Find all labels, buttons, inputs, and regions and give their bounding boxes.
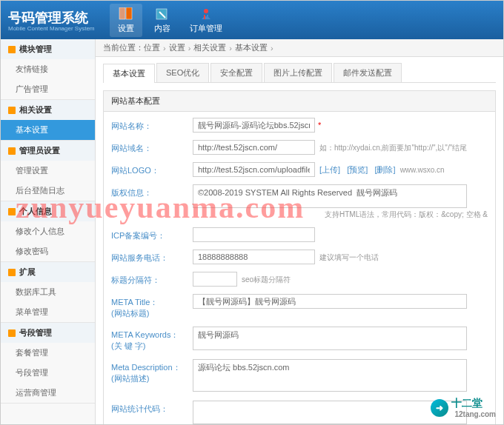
svg-rect-1 xyxy=(126,7,132,19)
sidebar: 模块管理 友情链接 广告管理 相关设置 基本设置 管理员设置 管理设置 后台登陆… xyxy=(1,39,96,424)
tabs: 基本设置 SEO优化 安全配置 图片上传配置 邮件发送配置 xyxy=(103,63,496,83)
label-phone: 网站服务电话： xyxy=(111,250,193,264)
required-mark: * xyxy=(318,121,321,130)
tab-seo[interactable]: SEO优化 xyxy=(156,63,209,82)
tab-upload[interactable]: 图片上传配置 xyxy=(264,63,332,82)
svg-point-3 xyxy=(204,9,208,13)
sidebar-item-loginlog[interactable]: 后台登陆日志 xyxy=(1,181,95,201)
input-sitename[interactable] xyxy=(193,118,315,133)
top-nav: 设置 内容 订单管理 xyxy=(110,4,230,37)
config-panel: 网站基本配置 网站名称： * 网站域名： 如：http://xydai.cn,前… xyxy=(103,90,496,424)
wsxo-text: www.wsxo.cn xyxy=(400,166,445,174)
nav-content[interactable]: 内容 xyxy=(146,4,179,37)
input-logo[interactable] xyxy=(193,162,315,177)
input-metatitle[interactable] xyxy=(193,294,467,309)
tab-security[interactable]: 安全配置 xyxy=(210,63,262,82)
tab-basic[interactable]: 基本设置 xyxy=(103,64,155,83)
hint-domain: 如：http://xydai.cn,前面要加"http://",以"/"结尾 xyxy=(319,144,467,152)
panel-title: 网站基本配置 xyxy=(104,91,495,112)
label-sep: 标题分隔符： xyxy=(111,272,193,286)
sidebar-item-editinfo[interactable]: 修改个人信息 xyxy=(1,221,95,241)
sidebar-item-editpwd[interactable]: 修改密码 xyxy=(1,241,95,261)
sidebar-item-menu[interactable]: 菜单管理 xyxy=(1,302,95,322)
input-domain[interactable] xyxy=(193,140,315,155)
hint-copyright: 支持HTML语法，常用代码：版权：&copy; 空格 & xyxy=(197,210,488,220)
input-phone[interactable] xyxy=(193,250,315,264)
sidebar-section-admin[interactable]: 管理员设置 xyxy=(1,141,95,161)
sidebar-item-friendlinks[interactable]: 友情链接 xyxy=(1,59,95,79)
sidebar-item-operator[interactable]: 运营商管理 xyxy=(1,383,95,403)
book-icon xyxy=(117,7,135,21)
input-sep[interactable] xyxy=(193,272,237,287)
person-icon xyxy=(197,7,215,21)
label-metadesc: Meta Description：(网站描述) xyxy=(111,359,193,384)
label-metakeywords: META Keywords：(关 键 字) xyxy=(111,327,193,352)
sidebar-item-manage[interactable]: 管理设置 xyxy=(1,161,95,181)
svg-rect-4 xyxy=(204,15,205,19)
tab-mail[interactable]: 邮件发送配置 xyxy=(334,63,402,82)
main-content: 当前位置： 位置› 设置› 相关设置› 基本设置› 基本设置 SEO优化 安全配… xyxy=(96,39,503,424)
header: 号码管理系统 Mobile Content Manager System 设置 … xyxy=(1,1,503,39)
textarea-metadesc[interactable]: 源码论坛 bbs.52jscn.com xyxy=(193,359,467,392)
chevron-right-icon: › xyxy=(188,44,191,53)
chevron-right-icon: › xyxy=(229,44,232,53)
section-icon xyxy=(8,269,16,276)
label-icp: ICP备案编号： xyxy=(111,227,193,241)
sidebar-item-dbtools[interactable]: 数据库工具 xyxy=(1,282,95,302)
sidebar-section-segment[interactable]: 号段管理 xyxy=(1,323,95,343)
sidebar-item-segment[interactable]: 号段管理 xyxy=(1,363,95,383)
breadcrumb: 当前位置： 位置› 设置› 相关设置› 基本设置› xyxy=(96,39,503,57)
preview-link[interactable]: [预览] xyxy=(347,165,368,174)
logo: 号码管理系统 Mobile Content Manager System xyxy=(8,9,95,32)
edit-icon xyxy=(153,7,171,21)
nav-orders[interactable]: 订单管理 xyxy=(182,4,230,37)
hint-sep: seo标题分隔符 xyxy=(242,275,291,284)
section-icon xyxy=(8,107,16,114)
svg-rect-5 xyxy=(207,15,208,19)
svg-rect-0 xyxy=(119,7,125,19)
label-domain: 网站域名： xyxy=(111,140,193,154)
section-icon xyxy=(8,46,16,53)
chevron-right-icon: › xyxy=(163,44,166,53)
label-copyright: 版权信息： xyxy=(111,184,193,198)
chevron-right-icon: › xyxy=(271,44,273,53)
textarea-copyright[interactable]: ©2008-2019 SYSTEM All Rights Reserved 靓号… xyxy=(193,184,467,208)
sidebar-item-package[interactable]: 套餐管理 xyxy=(1,343,95,363)
sidebar-section-extend[interactable]: 扩展 xyxy=(1,262,95,282)
logo-title: 号码管理系统 xyxy=(8,10,88,25)
section-icon xyxy=(8,208,16,215)
sidebar-item-basic[interactable]: 基本设置 xyxy=(1,120,95,140)
sidebar-section-personal[interactable]: 个人信息 xyxy=(1,201,95,221)
label-stats: 网站统计代码： xyxy=(111,401,193,415)
section-icon xyxy=(8,147,16,155)
upload-link[interactable]: [上传] xyxy=(319,165,340,174)
textarea-metakeywords[interactable]: 靓号网源码 xyxy=(193,327,467,350)
label-metatitle: META Title：(网站标题) xyxy=(111,294,193,319)
textarea-stats[interactable] xyxy=(193,401,467,424)
input-icp[interactable] xyxy=(193,227,315,242)
logo-subtitle: Mobile Content Manager System xyxy=(8,25,95,32)
sidebar-item-ads[interactable]: 广告管理 xyxy=(1,79,95,99)
label-logo: 网站LOGO： xyxy=(111,162,193,176)
sidebar-section-related[interactable]: 相关设置 xyxy=(1,100,95,120)
nav-settings[interactable]: 设置 xyxy=(110,4,142,37)
delete-link[interactable]: [删除] xyxy=(374,165,395,174)
section-icon xyxy=(8,329,16,337)
label-sitename: 网站名称： xyxy=(111,118,193,132)
corner-logo-icon: ➜ xyxy=(431,399,448,417)
watermark-corner: ➜ 十二堂 12tang.com xyxy=(431,397,496,418)
sidebar-section-modules[interactable]: 模块管理 xyxy=(1,39,95,59)
hint-phone: 建议填写一个电话 xyxy=(319,253,379,261)
